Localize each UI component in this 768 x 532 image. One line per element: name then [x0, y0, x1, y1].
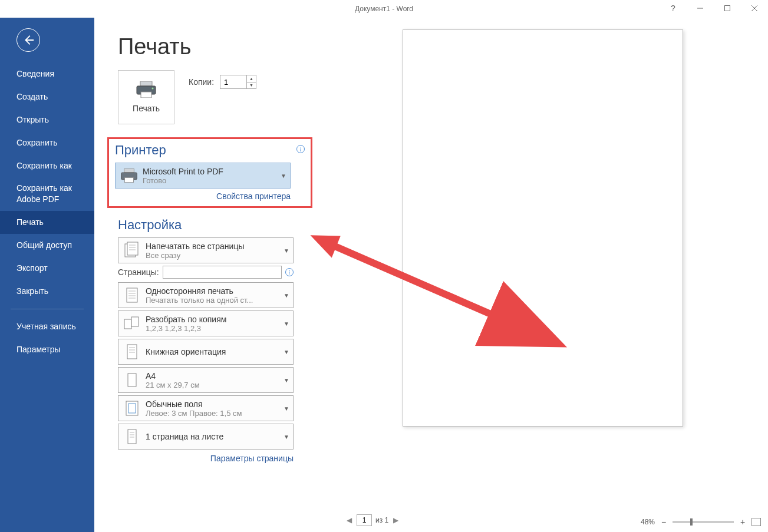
minimize-button[interactable]	[687, 0, 714, 16]
chevron-down-icon: ▼	[284, 247, 289, 254]
svg-rect-16	[127, 288, 137, 302]
chevron-down-icon: ▼	[284, 292, 289, 299]
print-preview: ◀ из 1 ▶ 48% − +	[317, 18, 768, 532]
chevron-down-icon: ▼	[284, 349, 289, 355]
current-page-input[interactable]	[357, 514, 372, 526]
settings-section-header: Настройка	[118, 217, 317, 233]
sidebar-separator	[11, 309, 84, 309]
margins-icon	[122, 398, 142, 418]
svg-rect-23	[127, 345, 137, 359]
printer-dropdown[interactable]: Microsoft Print to PDF Готово ▼	[115, 163, 291, 189]
zoom-controls: 48% − +	[641, 518, 761, 526]
print-settings-panel: Печать Печать Копии: ▲ ▼	[94, 18, 317, 532]
content-area: Печать Печать Копии: ▲ ▼	[94, 18, 768, 532]
printer-section-header: Принтер i	[115, 143, 305, 158]
pages-info-icon[interactable]: i	[285, 268, 294, 276]
pages-per-sheet-dropdown[interactable]: 1 страница на листе ▼	[118, 424, 294, 450]
sidebar-item-save[interactable]: Сохранить	[0, 131, 94, 154]
prev-page-button[interactable]: ◀	[345, 515, 353, 526]
collate-icon	[122, 313, 142, 333]
sidebar-item-save-adobe-pdf[interactable]: Сохранить как Adobe PDF	[0, 177, 94, 211]
single-side-icon	[122, 285, 142, 305]
svg-point-7	[152, 88, 154, 90]
svg-rect-12	[127, 242, 138, 255]
backstage-sidebar: Сведения Создать Открыть Сохранить Сохра…	[0, 18, 94, 532]
print-range-dropdown[interactable]: Напечатать все страницы Все сразу ▼	[118, 237, 294, 263]
svg-rect-8	[124, 168, 134, 173]
page-title: Печать	[118, 34, 317, 60]
chevron-down-icon: ▼	[281, 173, 286, 179]
titlebar: Документ1 - Word ?	[0, 0, 768, 18]
close-button[interactable]	[741, 0, 768, 16]
copies-label: Копии:	[189, 77, 214, 87]
sidebar-item-export[interactable]: Экспорт	[0, 257, 94, 280]
chevron-down-icon: ▼	[284, 320, 289, 327]
orientation-dropdown[interactable]: Книжная ориентация ▼	[118, 339, 294, 365]
copies-input[interactable]	[220, 75, 246, 88]
margins-dropdown[interactable]: Обычные поля Левое: 3 см Правое: 1,5 см …	[118, 395, 294, 421]
printer-info-icon[interactable]: i	[296, 145, 305, 153]
sidebar-item-account[interactable]: Учетная запись	[0, 315, 94, 338]
window-controls: ?	[660, 0, 768, 16]
sidebar-item-close[interactable]: Закрыть	[0, 280, 94, 303]
page-navigation: ◀ из 1 ▶	[317, 514, 400, 526]
back-button[interactable]	[17, 28, 40, 52]
print-button[interactable]: Печать	[118, 70, 174, 124]
zoom-percent: 48%	[641, 518, 655, 526]
svg-rect-4	[140, 81, 152, 86]
zoom-in-button[interactable]: +	[739, 518, 747, 526]
page-size-icon	[122, 370, 142, 390]
copies-up[interactable]: ▲	[247, 75, 256, 82]
copies-spinner[interactable]: ▲ ▼	[220, 75, 256, 89]
svg-rect-21	[124, 319, 131, 329]
chevron-down-icon: ▼	[284, 405, 289, 412]
zoom-out-button[interactable]: −	[660, 518, 668, 526]
maximize-button[interactable]	[714, 0, 741, 16]
sidebar-item-open[interactable]: Открыть	[0, 108, 94, 131]
pages-label: Страницы:	[118, 267, 159, 277]
svg-rect-10	[125, 177, 134, 182]
chevron-down-icon: ▼	[284, 377, 289, 384]
page-setup-link[interactable]: Параметры страницы	[210, 454, 294, 463]
svg-rect-30	[128, 429, 136, 444]
sidebar-item-share[interactable]: Общий доступ	[0, 234, 94, 257]
sidebar-item-print[interactable]: Печать	[0, 211, 94, 234]
svg-rect-1	[725, 6, 730, 11]
printer-icon	[136, 81, 157, 98]
sides-dropdown[interactable]: Односторонняя печать Печатать только на …	[118, 282, 294, 308]
printer-properties-link[interactable]: Свойства принтера	[216, 191, 291, 201]
one-page-icon	[122, 427, 142, 447]
pages-input[interactable]	[163, 266, 282, 279]
help-button[interactable]: ?	[660, 0, 687, 16]
printer-status: Готово	[143, 176, 281, 185]
sidebar-item-options[interactable]: Параметры	[0, 338, 94, 361]
print-button-label: Печать	[133, 104, 160, 113]
window-title: Документ1 - Word	[0, 5, 768, 13]
portrait-icon	[122, 342, 142, 362]
svg-rect-27	[128, 374, 136, 386]
sidebar-item-save-as[interactable]: Сохранить как	[0, 154, 94, 177]
copies-down[interactable]: ▼	[247, 82, 256, 89]
page-of-text: из 1	[375, 516, 388, 524]
zoom-fit-button[interactable]	[751, 518, 761, 526]
pages-icon	[122, 240, 142, 260]
paper-size-dropdown[interactable]: A4 21 см x 29,7 см ▼	[118, 367, 294, 393]
printer-icon	[119, 166, 139, 186]
next-page-button[interactable]: ▶	[392, 515, 400, 526]
sidebar-item-info[interactable]: Сведения	[0, 62, 94, 85]
svg-rect-6	[141, 92, 151, 98]
printer-name: Microsoft Print to PDF	[143, 167, 281, 176]
preview-page	[403, 29, 683, 427]
collate-dropdown[interactable]: Разобрать по копиям 1,2,3 1,2,3 1,2,3 ▼	[118, 310, 294, 336]
sidebar-item-new[interactable]: Создать	[0, 85, 94, 108]
chevron-down-icon: ▼	[284, 434, 289, 440]
zoom-slider[interactable]	[673, 521, 734, 523]
svg-rect-22	[131, 317, 139, 326]
annotation-highlight: Принтер i Microsoft Print to PDF Готово …	[107, 137, 312, 208]
